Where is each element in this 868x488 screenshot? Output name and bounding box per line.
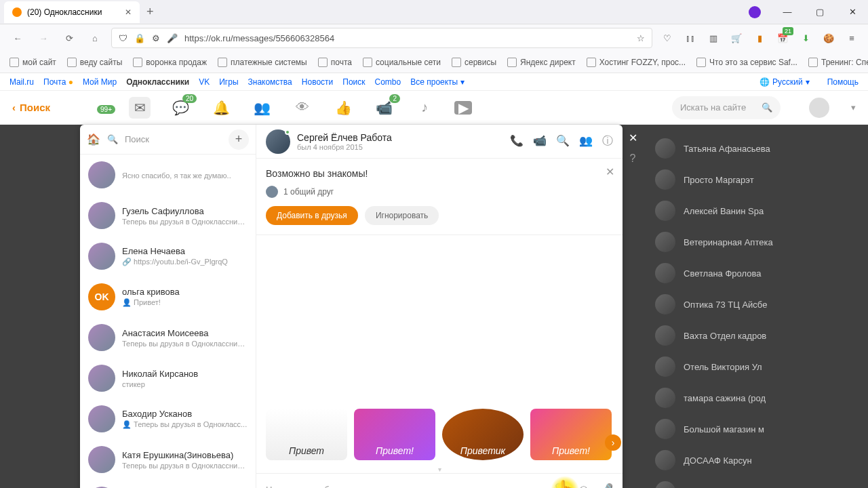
topnav-item[interactable]: Новости — [302, 77, 333, 87]
site-search-input[interactable]: Искать на сайте🔍 — [672, 96, 781, 119]
notifications-icon[interactable]: 🔔 — [210, 97, 232, 119]
topnav-item[interactable]: Mail.ru — [9, 77, 34, 87]
friend-item[interactable]: ДОСААФ Карсун — [655, 445, 868, 476]
browser-tab[interactable]: (20) Одноклассники ✕ — [4, 1, 140, 23]
close-chat-icon[interactable]: ✕ — [629, 131, 637, 144]
message-input[interactable]: Напишите сообщение... — [266, 485, 547, 488]
tab-close-icon[interactable]: ✕ — [125, 7, 132, 17]
friend-item[interactable]: Светлана Фролова — [655, 258, 868, 289]
profile-icon[interactable]: 🍪 — [821, 30, 837, 46]
call-icon[interactable]: 📞 — [510, 134, 524, 148]
calendar-icon[interactable]: 📅21 — [774, 30, 791, 46]
ok-search-link[interactable]: ‹ Поиск — [12, 102, 50, 113]
conversation-item[interactable]: Николай Кирсановстикер — [80, 358, 256, 399]
pocket-icon[interactable]: ♡ — [659, 30, 675, 46]
conv-search-input[interactable]: Поиск — [125, 134, 222, 144]
bookmark-item[interactable]: Тренинг: Специалист... — [804, 56, 868, 69]
chevron-down-icon[interactable]: ▾ — [851, 102, 856, 113]
minimize-button[interactable]: — — [772, 0, 803, 24]
topnav-item[interactable]: Игры — [219, 77, 238, 87]
marks-icon[interactable]: 👍 — [332, 97, 354, 119]
friend-item[interactable]: тамара сажина (род — [655, 382, 868, 413]
star-icon[interactable]: ☆ — [637, 33, 645, 43]
suggestion-close-icon[interactable]: ✕ — [606, 165, 614, 178]
bookmark-item[interactable]: веду сайты — [63, 56, 126, 69]
friend-item[interactable]: Оптика 73 ТЦ Айсбе — [655, 289, 868, 320]
conversation-item[interactable]: Елена Нечаева🔗 https://youtu.be/i-Gv_Plg… — [80, 236, 256, 277]
audio-icon[interactable]: 🎤 👆 — [598, 483, 613, 489]
flag-icon[interactable]: ▮ — [751, 30, 768, 46]
sidebar-icon[interactable]: ▥ — [705, 30, 722, 46]
music-icon[interactable]: ♪ — [414, 97, 435, 119]
discussions-icon[interactable]: 💬20 — [170, 97, 191, 119]
help-link[interactable]: Помощь — [827, 77, 859, 87]
reload-button[interactable]: ⟳ — [60, 28, 79, 47]
chat-title[interactable]: Сергей Ёлчев Работа — [297, 132, 392, 143]
play-icon[interactable]: ▶ — [454, 101, 472, 115]
library-icon[interactable]: ⫿⫿ — [682, 30, 698, 46]
topnav-item[interactable]: VK — [199, 77, 210, 87]
user-avatar[interactable] — [809, 98, 829, 118]
add-friend-button[interactable]: Добавить в друзья — [266, 206, 358, 225]
sticker[interactable]: Привет! — [354, 409, 435, 460]
friends-icon[interactable]: 👥 — [251, 97, 273, 119]
search-in-chat-icon[interactable]: 🔍 — [556, 134, 570, 148]
bookmark-item[interactable]: платежные системы — [214, 56, 311, 69]
search-icon[interactable]: 🔍 — [107, 134, 118, 144]
sticker-next-icon[interactable]: › — [605, 434, 621, 451]
maximize-button[interactable]: ▢ — [804, 0, 835, 24]
ignore-button[interactable]: Игнорировать — [365, 206, 439, 225]
friend-item[interactable]: Отель Виктория Ул — [655, 351, 868, 382]
lang-switcher[interactable]: 🌐 Русский ▾ — [760, 77, 810, 87]
new-tab-button[interactable]: + — [146, 5, 154, 19]
messages-icon[interactable]: ✉ — [129, 97, 151, 119]
chat-avatar[interactable] — [266, 129, 290, 154]
bookmark-item[interactable]: мой сайт — [5, 56, 60, 69]
friend-item[interactable]: Большой магазин м — [655, 413, 868, 445]
bookmark-item[interactable]: почта — [314, 56, 356, 69]
friend-item[interactable]: Ветеринарная Аптека — [655, 226, 868, 258]
info-icon[interactable]: ⓘ — [602, 134, 613, 148]
topnav-item[interactable]: Все проекты ▾ — [410, 77, 464, 87]
bookmark-item[interactable]: воронка продаж — [129, 56, 211, 69]
topnav-item[interactable]: Мой Мир — [83, 77, 117, 87]
menu-button[interactable]: ≡ — [844, 30, 860, 46]
conversation-item[interactable]: Гузель СафиулловаТеперь вы друзья в Одно… — [80, 195, 256, 236]
sticker[interactable]: Приветик — [442, 409, 524, 460]
sticker[interactable]: Привет! — [530, 409, 612, 460]
new-conversation-button[interactable]: + — [229, 129, 249, 150]
emoji-icon[interactable]: ☺ — [578, 483, 590, 488]
topnav-item[interactable]: Знакомства — [248, 77, 292, 87]
download-icon[interactable]: ⬇ — [797, 30, 814, 46]
bookmark-item[interactable]: Хостинг FOZZY, проc... — [583, 56, 690, 69]
conversation-item[interactable]: Баходир Усканов👤 Теперь вы друзья в Одно… — [80, 399, 256, 439]
permissions-icon[interactable]: ⚙ — [152, 33, 160, 43]
mic-icon[interactable]: 🎤 — [167, 33, 178, 43]
friend-item[interactable]: Татьяна Афанасьева — [655, 133, 868, 164]
forward-button[interactable]: → — [34, 28, 53, 47]
topnav-item[interactable]: Combo — [375, 77, 401, 87]
topnav-item[interactable]: Почта ● — [43, 77, 73, 87]
guests-icon[interactable]: 👁 — [292, 97, 313, 119]
home-button[interactable]: ⌂ — [85, 28, 104, 47]
help-icon[interactable]: ? — [630, 152, 636, 165]
friend-item[interactable]: Просто Маргарэт — [655, 164, 868, 195]
friend-item[interactable]: Алексей Ванин Spa — [655, 195, 868, 226]
home-icon[interactable]: 🏠 — [87, 133, 100, 146]
conversation-item[interactable]: Анастасия МоисееваТеперь вы друзья в Одн… — [80, 317, 256, 358]
friend-item[interactable]: Вахта Отдел кадров — [655, 320, 868, 351]
close-button[interactable]: ✕ — [837, 0, 868, 24]
ext-icon[interactable] — [739, 0, 770, 24]
conversation-item[interactable]: Ясно спасибо, я так же думаю.. — [80, 155, 256, 195]
bookmark-item[interactable]: Что это за сервис Saf... — [692, 56, 802, 69]
back-button[interactable]: ← — [8, 28, 27, 47]
videocall-icon[interactable]: 📹 — [533, 134, 547, 148]
bookmark-item[interactable]: социальные сети — [359, 56, 445, 69]
friend-item[interactable]: Александр Макаров — [655, 476, 868, 488]
bookmark-item[interactable]: сервисы — [448, 56, 500, 69]
conversation-item[interactable]: Елена Бирюкова(Чикранова)Теперь вы друзь… — [80, 480, 256, 488]
sticker[interactable]: Привет — [266, 409, 347, 460]
url-input[interactable]: 🛡 🔒 ⚙ 🎤 https://ok.ru/messages/556606328… — [111, 28, 652, 48]
conversation-item[interactable]: Катя Ерушкина(Зиновьева)Теперь вы друзья… — [80, 439, 256, 480]
cart-icon[interactable]: 🛒 — [728, 30, 745, 46]
